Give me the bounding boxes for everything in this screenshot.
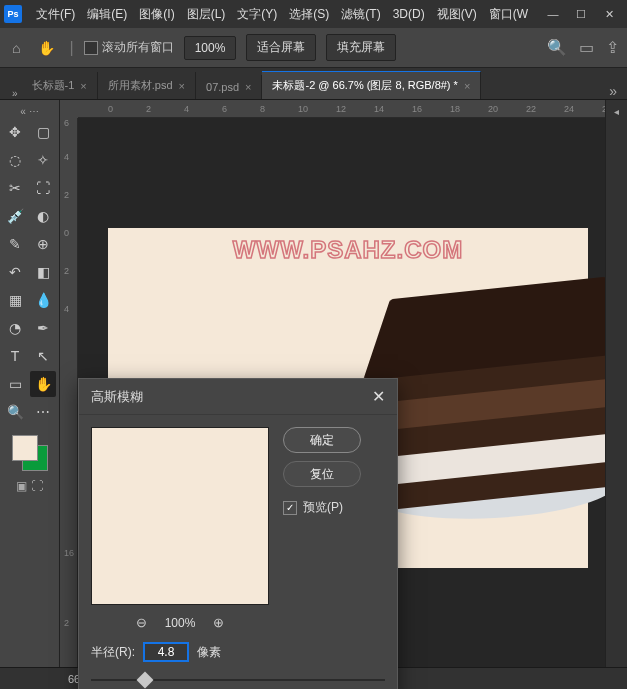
radius-label: 半径(R): [91,644,135,661]
gaussian-blur-dialog: 高斯模糊 ✕ ⊖ 100% ⊕ 确定 复位 ✓ 预览(P) [78,378,398,689]
vertical-ruler[interactable]: 0 2 2 4 6 4 16 2 [60,118,78,667]
scroll-all-checkbox[interactable] [84,41,98,55]
path-select-tool[interactable]: ↖ [30,343,56,369]
workspace-icon[interactable]: ▭ [579,38,594,57]
dodge-tool[interactable]: ◔ [2,315,28,341]
menu-3d[interactable]: 3D(D) [387,7,431,21]
quick-mask-icon[interactable]: ▣ [16,479,27,493]
eraser-tool[interactable]: ◧ [30,259,56,285]
radius-slider[interactable] [91,674,385,686]
fit-screen-button[interactable]: 适合屏幕 [246,34,316,61]
menu-image[interactable]: 图像(I) [133,6,180,23]
frame-tool[interactable]: ⛶ [30,175,56,201]
reset-button[interactable]: 复位 [283,461,361,487]
foreground-swatch[interactable] [12,435,38,461]
menu-file[interactable]: 文件(F) [30,6,81,23]
move-tool[interactable]: ✥ [2,119,28,145]
doc-tab-1[interactable]: 所用素材.psd × [98,72,196,99]
gradient-tool[interactable]: ▦ [2,287,28,313]
zoom-in-icon[interactable]: ⊕ [213,615,224,630]
menu-window[interactable]: 窗口(W [483,6,534,23]
radius-input[interactable] [143,642,189,662]
crop-tool[interactable]: ✂ [2,175,28,201]
panel-toggle-icon[interactable]: ◂ [614,106,619,117]
cake-image [368,268,588,528]
doc-tab-2[interactable]: 07.psd × [196,75,262,99]
close-icon[interactable]: × [179,80,185,92]
menu-filter[interactable]: 滤镜(T) [335,6,386,23]
menu-type[interactable]: 文字(Y) [231,6,283,23]
tools-panel: « ⋯ ✥ ▢ ◌ ✧ ✂ ⛶ 💉 ◐ ✎ ⊕ ↶ ◧ ▦ 💧 ◔ [0,100,60,667]
options-bar: ⌂ ✋ | 滚动所有窗口 100% 适合屏幕 填充屏幕 🔍 ▭ ⇪ [0,28,627,68]
fill-screen-button[interactable]: 填充屏幕 [326,34,396,61]
healing-tool[interactable]: ◐ [30,203,56,229]
screen-mode-icon[interactable]: ⛶ [31,479,43,493]
type-tool[interactable]: T [2,343,28,369]
document-tabs: » 长标题-1 × 所用素材.psd × 07.psd × 未标题-2 @ 66… [0,68,627,100]
menu-bar: Ps 文件(F) 编辑(E) 图像(I) 图层(L) 文字(Y) 选择(S) 滤… [0,0,627,28]
preview-checkbox-label: 预览(P) [303,499,343,516]
watermark-text: WWW.PSAHZ.COM [233,236,463,264]
menu-edit[interactable]: 编辑(E) [81,6,133,23]
preview-checkbox[interactable]: ✓ [283,501,297,515]
color-swatches[interactable] [12,435,48,471]
doc-tab-active[interactable]: 未标题-2 @ 66.7% (图层 8, RGB/8#) * × [262,71,481,99]
menu-select[interactable]: 选择(S) [283,6,335,23]
close-icon[interactable]: × [80,80,86,92]
ruler-origin[interactable] [60,100,78,118]
radius-unit: 像素 [197,644,221,661]
tab-label: 长标题-1 [32,78,75,93]
pen-tool[interactable]: ✒ [30,315,56,341]
marquee-tool[interactable]: ▢ [30,119,56,145]
tab-label: 未标题-2 @ 66.7% (图层 8, RGB/8#) * [272,78,457,93]
blur-tool[interactable]: 💧 [30,287,56,313]
brush-tool[interactable]: ✎ [2,231,28,257]
preview-zoom-value: 100% [165,616,196,630]
close-window-button[interactable]: ✕ [595,4,623,24]
blur-preview[interactable] [91,427,269,605]
menu-layer[interactable]: 图层(L) [181,6,232,23]
tab-label: 07.psd [206,81,239,93]
dialog-close-icon[interactable]: ✕ [372,387,385,406]
hand-tool[interactable]: ✋ [30,371,56,397]
history-brush-tool[interactable]: ↶ [2,259,28,285]
eyedropper-tool[interactable]: 💉 [2,203,28,229]
home-icon[interactable]: ⌂ [8,36,24,60]
horizontal-ruler[interactable]: 0 2 4 6 8 10 12 14 16 18 20 22 24 26 [78,100,605,118]
doc-tab-0[interactable]: 长标题-1 × [22,72,98,99]
tab-label: 所用素材.psd [108,78,173,93]
search-icon[interactable]: 🔍 [547,38,567,57]
tabs-toggle-icon[interactable]: » [8,88,22,99]
minimize-button[interactable]: — [539,4,567,24]
magic-wand-tool[interactable]: ✧ [30,147,56,173]
app-logo: Ps [4,5,22,23]
right-panel-strip: ◂ [605,100,627,667]
ok-button[interactable]: 确定 [283,427,361,453]
zoom-tool[interactable]: 🔍 [2,399,28,425]
close-icon[interactable]: × [464,80,470,92]
tabs-overflow-icon[interactable]: » [599,83,627,99]
lasso-tool[interactable]: ◌ [2,147,28,173]
edit-toolbar[interactable]: ⋯ [30,399,56,425]
tool-collapse-icon[interactable]: « ⋯ [2,104,57,119]
slider-thumb[interactable] [137,672,154,689]
close-icon[interactable]: × [245,81,251,93]
hand-tool-icon[interactable]: ✋ [34,36,59,60]
zoom-100-button[interactable]: 100% [184,36,237,60]
share-icon[interactable]: ⇪ [606,38,619,57]
dialog-title: 高斯模糊 [91,388,143,406]
zoom-out-icon[interactable]: ⊖ [136,615,147,630]
scroll-all-label: 滚动所有窗口 [102,39,174,56]
menu-view[interactable]: 视图(V) [431,6,483,23]
shape-tool[interactable]: ▭ [2,371,28,397]
maximize-button[interactable]: ☐ [567,4,595,24]
stamp-tool[interactable]: ⊕ [30,231,56,257]
